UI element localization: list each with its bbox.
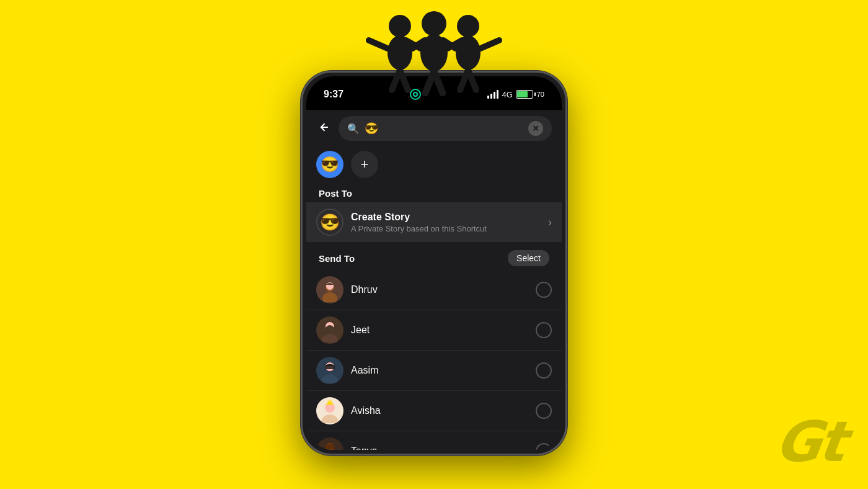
send-to-label: Send To [319,253,355,264]
create-story-item[interactable]: 😎 Create Story A Private Story based on … [306,202,562,242]
contact-radio-dhruv[interactable] [536,282,552,298]
selected-avatar[interactable]: 😎 [316,151,343,178]
contact-avatar-avisha [316,397,343,424]
contact-radio-jeet[interactable] [536,322,552,338]
phone-inner: 9:37 4G [306,76,562,450]
svg-point-6 [422,11,446,36]
search-bar[interactable]: 🔍 😎 ✕ [339,116,552,141]
svg-point-12 [457,15,479,37]
contact-item-tanya[interactable]: Tanya [306,431,562,450]
search-clear-button[interactable]: ✕ [528,121,543,136]
search-icon: 🔍 [347,123,360,135]
contact-list: Dhruv Jeet [306,270,562,450]
selected-contacts-row: 😎 + [306,147,562,182]
status-time: 9:37 [324,89,343,100]
battery-percent: 70 [537,91,544,98]
phone-wrapper: 9:37 4G [301,71,567,455]
contact-name-tanya: Tanya [351,446,528,450]
svg-line-16 [480,40,499,48]
filter-emoji: 😎 [365,122,378,135]
story-avatar: 😎 [316,209,343,236]
contact-item-jeet[interactable]: Jeet [306,310,562,351]
contact-name-avisha: Avisha [351,405,528,416]
contact-radio-tanya[interactable] [536,443,552,450]
svg-point-0 [389,15,411,37]
story-avatar-emoji: 😎 [320,213,340,232]
story-title: Create Story [351,212,541,223]
chevron-right-icon: › [548,216,552,229]
contact-radio-aasim[interactable] [536,362,552,379]
search-area: 🔍 😎 ✕ [306,110,562,147]
contact-avatar-jeet [316,316,343,344]
contact-item-aasim[interactable]: Aasim [306,351,562,391]
battery-indicator: 70 [516,90,544,99]
contact-name-dhruv: Dhruv [351,284,528,295]
story-text: Create Story A Private Story based on th… [351,212,541,233]
selected-avatar-emoji: 😎 [321,156,339,173]
svg-point-13 [456,35,480,70]
svg-line-9 [434,71,443,93]
svg-line-3 [400,70,408,90]
people-icon [366,6,502,108]
contact-name-jeet: Jeet [351,325,528,336]
post-to-label: Post To [306,182,562,202]
contact-name-aasim: Aasim [351,365,528,376]
add-contact-button[interactable]: + [351,151,378,178]
phone: 9:37 4G [301,71,567,455]
send-to-header: Send To Select [306,243,562,270]
contact-item-dhruv[interactable]: Dhruv [306,270,562,310]
gt-logo: 𝗚𝘁 [776,415,843,470]
network-type: 4G [502,90,512,99]
back-button[interactable] [316,119,332,138]
svg-line-15 [468,70,476,90]
contact-item-avisha[interactable]: Avisha [306,391,562,431]
svg-line-4 [369,40,388,48]
contact-avatar-tanya [316,437,343,450]
contact-radio-avisha[interactable] [536,403,552,419]
svg-point-32 [327,400,332,405]
svg-rect-28 [325,366,335,369]
contact-avatar-dhruv [316,276,343,303]
story-subtitle: A Private Story based on this Shortcut [351,224,541,233]
contact-avatar-aasim [316,357,343,384]
select-button[interactable]: Select [508,250,549,266]
